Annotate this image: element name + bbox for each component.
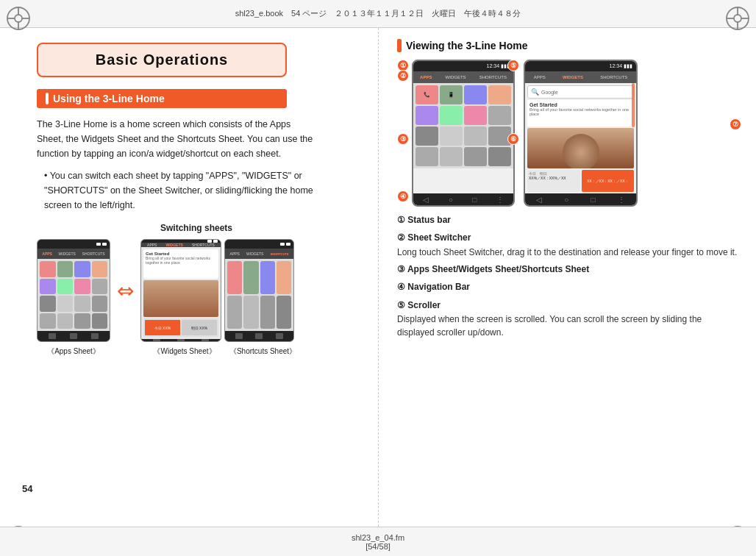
- section-title: Using the 3-Line Home: [53, 93, 165, 104]
- badge-6: ⑥: [507, 133, 519, 145]
- bottom-filename: shl23_e_04.fm: [352, 533, 404, 542]
- sheet-switcher-desc: Long touch Sheet Switcher, drag it to th…: [397, 246, 741, 259]
- status-bar-label: Status bar: [407, 215, 451, 225]
- phone3-status: [225, 240, 293, 249]
- phones-row: APPS WIDGETS SHORTCUTS: [37, 239, 356, 342]
- scroller-label: Scroller: [407, 300, 441, 310]
- badge-7: ⑦: [730, 118, 741, 130]
- bottom-pages: [54/58]: [365, 542, 391, 551]
- phones-captions: 《Apps Sheet》 《Widgets Sheet》 《Shortcuts …: [37, 346, 356, 357]
- bottom-center: shl23_e_04.fm [54/58]: [352, 533, 404, 551]
- phone3-nav: [225, 331, 293, 341]
- switching-label: Switching sheets: [37, 223, 356, 233]
- scroller-desc: Displayed when the screen is scrolled. Y…: [397, 313, 741, 339]
- caption-shortcuts: 《Shortcuts Sheet》: [228, 346, 298, 357]
- phone-apps-sheet: APPS WIDGETS SHORTCUTS: [37, 239, 110, 342]
- bullet-text: You can switch each sheet by tapping "AP…: [44, 168, 324, 213]
- basic-operations-box: Basic Operations: [37, 43, 287, 77]
- nav-bar-label: Navigation Bar: [407, 282, 470, 292]
- diagram-phone-left: 12:34 ▮▮▮ APPS WIDGETS SHORTCUTS 📞 📱: [412, 60, 515, 207]
- annotation-scroller: ⑤ Scroller Displayed when the screen is …: [397, 298, 741, 339]
- annotation-list: ① Status bar ② Sheet Switcher Long touch…: [397, 213, 741, 339]
- top-bar-text: shl23_e.book 54 ページ ２０１３年１１月１２日 火曜日 午後４時…: [235, 8, 521, 19]
- basic-operations-title: Basic Operations: [96, 51, 229, 68]
- diagram-phone-right: 12:34 ▮▮▮ APPS WIDGETS SHORTCUTS 🔍 Googl…: [524, 60, 638, 207]
- phone3-body: [225, 259, 293, 331]
- phone2-nav: [141, 339, 221, 342]
- badge-5: ⑤: [507, 60, 519, 71]
- page-number: 54: [22, 483, 32, 494]
- main-content: 54 Basic Operations Using the 3-Line Hom…: [0, 28, 756, 527]
- badge-3: ③: [397, 133, 409, 145]
- right-panel: Viewing the 3-Line Home ① ② ③ ④ ⑤ ⑥ ⑦ 12…: [379, 28, 756, 527]
- phone-shortcuts-sheet: APPS WIDGETS SHORTCUTS: [224, 239, 294, 342]
- left-panel: 54 Basic Operations Using the 3-Line Hom…: [0, 28, 379, 527]
- phone1-nav: [38, 331, 110, 341]
- annotation-apps-sheet: ③ Apps Sheet/Widgets Sheet/Shortcuts She…: [397, 262, 741, 277]
- annotation-sheet-switcher: ② Sheet Switcher Long touch Sheet Switch…: [397, 230, 741, 258]
- right-panel-title: Viewing the 3-Line Home: [397, 39, 741, 52]
- svg-point-1: [15, 15, 22, 22]
- phone1-status: [38, 240, 110, 249]
- phone3-tabs: APPS WIDGETS SHORTCUTS: [225, 249, 293, 259]
- annotation-nav-bar: ④ Navigation Bar: [397, 279, 741, 294]
- top-bar: shl23_e.book 54 ページ ２０１３年１１月１２日 火曜日 午後４時…: [0, 0, 756, 28]
- apps-sheet-label: Apps Sheet/Widgets Sheet/Shortcuts Sheet: [407, 264, 589, 274]
- caption-widgets: 《Widgets Sheet》: [144, 346, 225, 357]
- sheet-switcher-label: Sheet Switcher: [407, 232, 471, 243]
- svg-point-7: [734, 15, 741, 22]
- phone1-tabs: APPS WIDGETS SHORTCUTS: [38, 249, 110, 259]
- switch-arrow: ⇔: [117, 279, 134, 303]
- phone1-body: [38, 259, 110, 331]
- phone-widgets-sheet: APPS WIDGETS SHORTCUTS Get Started Bring…: [140, 239, 221, 342]
- annotation-status-bar: ① Status bar: [397, 213, 741, 227]
- bottom-bar: shl23_e_04.fm [54/58]: [0, 527, 756, 556]
- badge-4: ④: [397, 190, 409, 202]
- arrow-container: ⇔: [113, 279, 138, 303]
- badge-2: ②: [397, 70, 409, 82]
- caption-apps: 《Apps Sheet》: [37, 346, 110, 357]
- diagram-container: ① ② ③ ④ ⑤ ⑥ ⑦ 12:34 ▮▮▮ APPS WIDGETS SHO…: [397, 60, 741, 207]
- description-text: The 3-Line Home is a home screen which c…: [37, 117, 316, 161]
- section-header: Using the 3-Line Home: [37, 89, 287, 108]
